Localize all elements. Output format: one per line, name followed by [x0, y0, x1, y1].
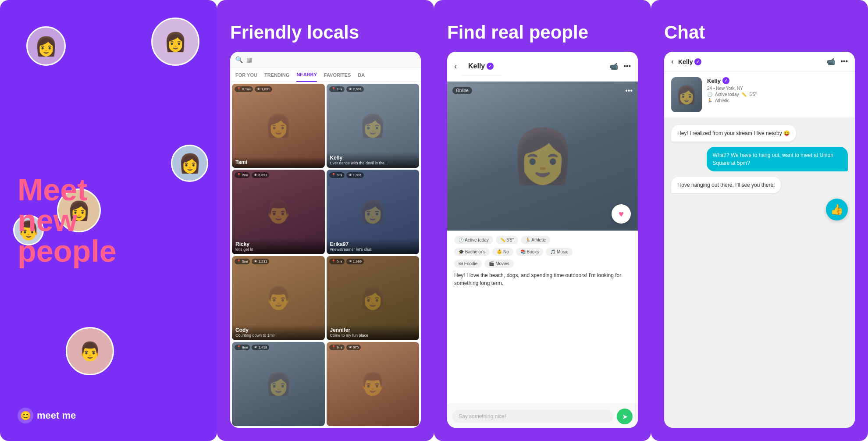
thumbs-up-button[interactable]: 👍 — [826, 199, 848, 220]
chat-input-bar: Say something nice! ➤ — [447, 405, 638, 428]
profile-card-erika[interactable]: 👩 📍 3mi 👁 1,001 Erika97 #newstreamer let… — [327, 170, 420, 254]
back-arrow-icon[interactable]: ‹ — [454, 62, 457, 71]
logo-text: meet me — [37, 410, 76, 421]
chat-user-avatar: 👩 — [671, 77, 702, 112]
card-info-cody: Cody Counting down to 1mi! — [232, 324, 325, 340]
distance-badge: 📍 2mi — [235, 172, 250, 178]
card-stats-erika: 📍 3mi 👁 1,001 — [329, 172, 364, 178]
tag-height: 📏 5'5" — [496, 236, 518, 244]
back-arrow-icon[interactable]: ‹ — [671, 57, 674, 66]
viewers-badge: 👁 1,001 — [346, 172, 364, 178]
phone-mockup-locals: 🔍 ▦ FOR YOU TRENDING NEARBY FAVORITES DA… — [230, 52, 421, 428]
headline: Meet new people — [18, 174, 117, 267]
profiles-grid: 👩 📍 0.1mi 👁 1,891 Tami 👩 📍 1mi 👁 2,991 — [230, 82, 421, 428]
distance-badge: 📍 5mi — [235, 259, 250, 264]
profile-name-cody: Cody — [235, 327, 321, 333]
chat-verified-icon: ✓ — [694, 58, 701, 65]
photo-menu-icon[interactable]: ••• — [625, 87, 633, 95]
panel-find-real-people: Find real people ‹ Kelly ✓ 📹 ••• 👩 Onlin… — [434, 0, 651, 441]
tab-trending[interactable]: TRENDING — [264, 72, 289, 78]
card-stats-ricky: 📍 2mi 👁 6,891 — [235, 172, 269, 178]
profile-card-kelly[interactable]: 👩 📍 1mi 👁 2,991 Kelly Ever dance with th… — [327, 84, 420, 168]
profile-name-jennifer: Jennifer — [330, 327, 416, 333]
profile-card-7[interactable]: 👩 📍 8mi 👁 1,418 — [232, 342, 325, 426]
more-icon[interactable]: ••• — [623, 62, 631, 71]
online-status-badge: Online — [452, 87, 472, 94]
profile-name-tami: Tami — [235, 159, 321, 165]
viewers-badge: 👁 1,891 — [255, 86, 272, 92]
distance-badge: 📍 8mi — [235, 345, 250, 350]
search-icon: 🔍 — [235, 56, 243, 63]
ruler-icon: 📏 — [741, 92, 747, 97]
profile-card-ricky[interactable]: 👨 📍 2mi 👁 6,891 Ricky let's get lit — [232, 170, 325, 254]
avatar-1: 👩 — [26, 26, 66, 66]
chat-user-tags: Kelly ✓ 24 • New York, NY 🕐 Active today… — [707, 77, 848, 112]
message-2: What!? We have to hang out, want to meet… — [707, 147, 848, 171]
card-info-tami: Tami — [232, 156, 325, 168]
message-1: Hey! I realized from your stream I live … — [671, 125, 796, 142]
video-icon[interactable]: 📹 — [609, 62, 618, 71]
meetme-logo: 😊 meet me — [18, 408, 76, 423]
card-stats-tami: 📍 0.1mi 👁 1,891 — [235, 86, 272, 92]
tags-row-1: 🕐 Active today 📏 5'5" 🏃 Athletic — [454, 236, 631, 244]
chat-header-icons: 📹 ••• — [826, 57, 848, 66]
chat-user-age-location: 24 • New York, NY — [707, 86, 848, 91]
viewers-badge: 👁 675 — [346, 345, 361, 350]
hero-text: Meet new people — [18, 174, 117, 267]
distance-badge: 📍 0.1mi — [235, 86, 253, 92]
chat-user-active: 🕐 Active today 📏 5'5" — [707, 92, 848, 97]
tab-nearby[interactable]: NEARBY — [296, 68, 317, 82]
chat-user-name: Kelly ✓ — [678, 58, 822, 65]
distance-badge: 📍 9mi — [329, 345, 345, 350]
tag-movies: 🎬 Movies — [484, 260, 513, 268]
profile-card-jennifer[interactable]: 👩 📍 6mi 👁 1,999 Jennifer Come to my fun … — [327, 256, 420, 340]
verified-badge-icon: ✓ — [487, 63, 494, 70]
card-info-erika: Erika97 #newstreamer let's chat — [327, 238, 420, 254]
video-call-icon[interactable]: 📹 — [826, 57, 835, 66]
chat-placeholder[interactable]: Say something nice! — [452, 410, 613, 423]
panel4-heading: Chat — [664, 22, 855, 43]
profile-name-ricky: Ricky — [235, 241, 321, 247]
tab-for-you[interactable]: FOR YOU — [235, 72, 257, 78]
profile-name-erika: Erika97 — [330, 241, 416, 247]
chat-phone-mockup: ‹ Kelly ✓ 📹 ••• 👩 Kelly ✓ — [664, 52, 855, 428]
distance-badge: 📍 6mi — [329, 259, 345, 264]
heart-button[interactable]: ♥ — [612, 204, 631, 224]
logo-icon: 😊 — [18, 408, 33, 423]
card-stats-jennifer: 📍 6mi 👁 1,999 — [329, 259, 364, 264]
card-stats-cody: 📍 5mi 👁 1,231 — [235, 259, 269, 264]
panel-meet-new-people: 👩 👩 👩 👩 👨 👨 Meet new people 😊 meet me — [0, 0, 217, 441]
distance-badge: 📍 1mi — [329, 86, 345, 92]
profile-card-8[interactable]: 👨 📍 9mi 👁 675 — [327, 342, 420, 426]
tags-row-2: 🎓 Bachelor's 👶 No 📚 Books 🎵 Music — [454, 248, 631, 256]
tag-active-today: 🕐 Active today — [454, 236, 493, 244]
more-options-icon[interactable]: ••• — [840, 57, 848, 66]
athletic-icon: 🏃 — [707, 98, 712, 103]
chat-messages: Hey! I realized from your stream I live … — [664, 118, 855, 428]
viewers-badge: 👁 6,891 — [252, 172, 269, 178]
profile-bio-text: Hey! I love the beach, dogs, and spendin… — [454, 271, 631, 287]
card-info-jennifer: Jennifer Come to my fun place — [327, 324, 420, 340]
search-bar[interactable]: 🔍 ▦ — [230, 52, 421, 68]
avatar-6: 👨 — [66, 327, 114, 375]
chat-verified-badge: ✓ — [722, 77, 729, 84]
avatar-3: 👩 — [171, 145, 208, 182]
profile-phone-header: ‹ Kelly ✓ 📹 ••• — [447, 52, 638, 82]
panel-chat: Chat ‹ Kelly ✓ 📹 ••• 👩 Kelly — [651, 0, 868, 441]
card-stats-7: 📍 8mi 👁 1,418 — [235, 345, 269, 350]
grid-icon: ▦ — [246, 56, 252, 63]
profile-header-name: Kelly ✓ — [461, 57, 501, 76]
tab-favorites[interactable]: FAVORITES — [324, 72, 351, 78]
profile-card-cody[interactable]: 👨 📍 5mi 👁 1,231 Cody Counting down to 1m… — [232, 256, 325, 340]
profile-card-tami[interactable]: 👩 📍 0.1mi 👁 1,891 Tami — [232, 84, 325, 168]
viewers-badge: 👁 1,999 — [346, 259, 364, 264]
chat-user-build: 🏃 Athletic — [707, 98, 848, 103]
viewers-badge: 👁 2,991 — [346, 86, 364, 92]
panel-friendly-locals: Friendly locals 🔍 ▦ FOR YOU TRENDING NEA… — [217, 0, 434, 441]
profile-phone-mockup: ‹ Kelly ✓ 📹 ••• 👩 Online ••• Kelly 24 • — [447, 52, 638, 428]
tags-row-3: 🍽 Foodie 🎬 Movies — [454, 260, 631, 268]
profile-bio-cody: Counting down to 1mi! — [235, 333, 321, 338]
tag-books: 📚 Books — [516, 248, 544, 256]
send-button[interactable]: ➤ — [617, 409, 633, 424]
tab-da[interactable]: DA — [358, 72, 365, 78]
